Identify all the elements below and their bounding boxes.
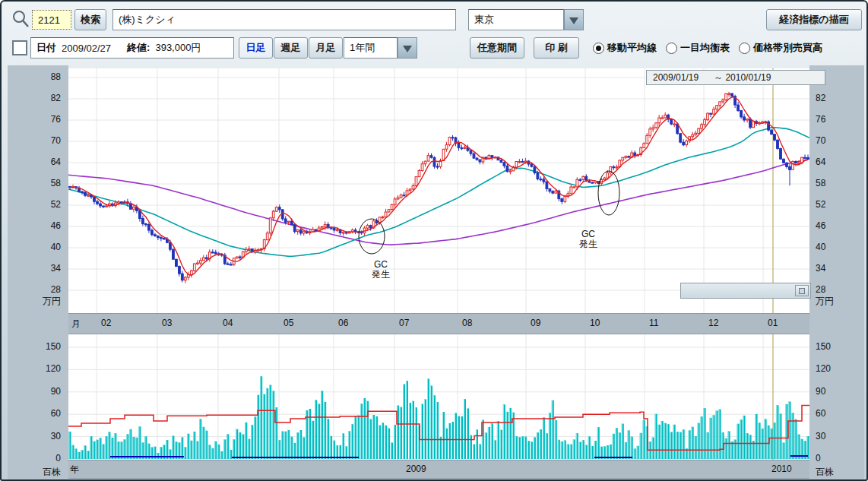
stock-code-value: 2121 <box>38 14 60 26</box>
range-value: 1年間 <box>350 41 375 55</box>
month-label: 07 <box>399 318 409 328</box>
month-label: 01 <box>768 318 778 328</box>
stock-code-input[interactable]: 2121 <box>32 10 71 30</box>
stock-chart-window: 2121 検索 (株)ミクシィ 東京 経済指標の描画 日付 2009/02/27… <box>0 0 868 481</box>
axis-tick-label: 34 <box>8 263 61 274</box>
year-label: 年 <box>70 464 79 476</box>
tab-weekly[interactable]: 週足 <box>274 37 308 59</box>
year-axis: 年20092010 <box>68 460 809 479</box>
month-label: 02 <box>101 318 111 328</box>
close-value: 393,000円 <box>155 41 201 55</box>
axis-tick-label: 百株 <box>8 466 61 479</box>
axis-tick-label: 28 <box>816 284 825 295</box>
axis-tick-label: 万円 <box>8 295 61 308</box>
candlestick-chart: GC発生GC発生 <box>68 68 809 313</box>
radio-icon <box>666 43 677 54</box>
axis-tick-label: 90 <box>816 386 825 397</box>
volume-chart-plot[interactable] <box>68 334 809 460</box>
axis-tick-label: 40 <box>816 242 825 252</box>
axis-tick-label: 60 <box>8 408 61 419</box>
axis-tick-label: 70 <box>8 135 61 146</box>
axis-tick-label: 82 <box>8 93 61 103</box>
year-label: 2009 <box>406 464 426 474</box>
scrollbar-button[interactable] <box>795 285 809 296</box>
date-range-badge: 2009/01/19 ～ 2010/01/19 <box>646 70 825 85</box>
print-button[interactable]: 印 刷 <box>534 37 579 59</box>
stock-name-value: (株)ミクシィ <box>119 13 176 27</box>
axis-tick-label: 30 <box>816 431 825 441</box>
exchange-dropdown-button[interactable] <box>564 9 584 30</box>
exchange-select[interactable]: 東京 <box>468 9 564 30</box>
axis-tick-label: 90 <box>8 386 61 397</box>
axis-tick-label: 52 <box>8 199 61 210</box>
toolbar-row-2: 日付 2009/02/27 終値: 393,000円 日足 週足 月足 1年間 … <box>2 33 868 64</box>
month-label: 09 <box>531 318 540 328</box>
range-select[interactable]: 1年間 <box>344 37 398 59</box>
svg-text:GC: GC <box>581 229 595 239</box>
radio-icon <box>739 43 750 54</box>
axis-tick-label: 82 <box>816 93 825 103</box>
month-label: 03 <box>162 318 172 328</box>
axis-tick-label: 60 <box>816 408 825 419</box>
price-chart-plot[interactable]: GC発生GC発生 2009/01/19 ～ 2010/01/19 <box>68 68 809 313</box>
month-label: 月 <box>71 318 81 331</box>
quote-info-panel: 日付 2009/02/27 終値: 393,000円 <box>30 37 234 59</box>
axis-tick-label: 150 <box>816 341 831 352</box>
axis-tick-label: 64 <box>8 157 61 167</box>
year-label: 2010 <box>771 464 792 474</box>
axis-tick-label: 88 <box>8 71 61 82</box>
chart-region: 8882767064585246403428万円1501209060300百株 … <box>8 65 864 480</box>
close-label: 終値: <box>127 41 150 55</box>
axis-tick-label: 0 <box>816 453 821 464</box>
month-label: 06 <box>338 318 348 328</box>
chevron-down-icon <box>569 17 578 29</box>
custom-period-button[interactable]: 任意期間 <box>470 37 524 59</box>
axis-tick-label: 46 <box>8 220 61 231</box>
radio-moving-average[interactable]: 移動平均線 <box>593 41 657 55</box>
axis-tick-label: 64 <box>816 157 825 167</box>
axis-tick-label: 40 <box>8 242 61 252</box>
svg-text:発生: 発生 <box>371 269 390 280</box>
svg-text:GC: GC <box>374 259 388 270</box>
axis-tick-label: 76 <box>8 114 61 125</box>
tab-monthly[interactable]: 月足 <box>309 37 343 59</box>
axis-tick-label: 28 <box>8 284 61 295</box>
axis-tick-label: 58 <box>816 178 825 188</box>
chevron-down-icon <box>403 46 412 57</box>
toolbar-row-1: 2121 検索 (株)ミクシィ 東京 経済指標の描画 <box>2 2 868 33</box>
radio-price-volume[interactable]: 価格帯別売買高 <box>739 41 822 55</box>
date-label: 日付 <box>36 41 56 55</box>
axis-tick-label: 120 <box>816 363 831 374</box>
axis-tick-label: 58 <box>8 178 61 188</box>
volume-chart <box>68 334 809 460</box>
month-label: 04 <box>223 318 233 328</box>
radio-ichimoku[interactable]: 一目均衡表 <box>666 41 730 55</box>
range-dropdown-button[interactable] <box>398 37 417 59</box>
axis-tick-label: 52 <box>816 199 825 210</box>
tab-daily[interactable]: 日足 <box>239 37 273 59</box>
month-label: 12 <box>708 318 718 328</box>
chart-scrollbar[interactable] <box>680 283 811 299</box>
stock-name-field[interactable]: (株)ミクシィ <box>112 9 456 30</box>
axis-tick-label: 30 <box>8 431 61 441</box>
exchange-value: 東京 <box>474 13 494 27</box>
draw-indicators-button[interactable]: 経済指標の描画 <box>766 9 862 30</box>
month-label: 08 <box>462 318 472 328</box>
month-label: 10 <box>590 318 600 328</box>
axis-tick-label: 76 <box>816 114 825 125</box>
axis-tick-label: 150 <box>8 341 61 352</box>
price-axis-left: 8882767064585246403428万円1501209060300百株 <box>8 65 68 480</box>
month-label: 05 <box>284 318 293 328</box>
axis-tick-label: 百株 <box>816 466 834 479</box>
axis-tick-label: 0 <box>8 453 61 464</box>
chart-tool-checkbox[interactable] <box>12 40 27 55</box>
axis-tick-label: 120 <box>8 363 61 374</box>
search-icon <box>11 9 30 29</box>
radio-selected-icon <box>593 43 604 54</box>
search-button[interactable]: 検索 <box>74 9 106 30</box>
axis-tick-label: 34 <box>816 263 825 274</box>
svg-text:発生: 発生 <box>578 239 597 249</box>
axis-tick-label: 46 <box>816 220 825 231</box>
axis-tick-label: 万円 <box>816 295 834 308</box>
axis-tick-label: 70 <box>816 135 825 146</box>
